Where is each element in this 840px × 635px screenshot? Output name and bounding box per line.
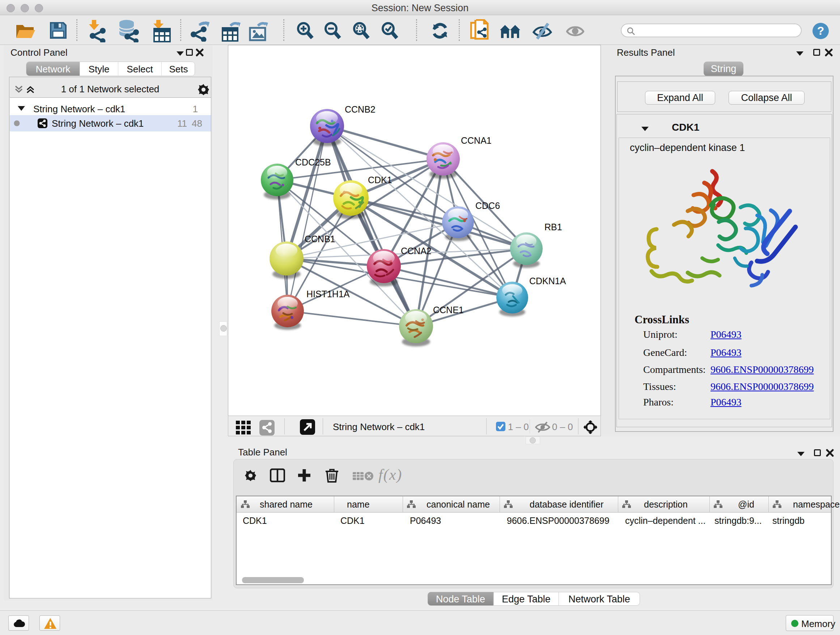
svg-text:CDC25B: CDC25B (295, 157, 331, 167)
svg-text:CCNE1: CCNE1 (433, 305, 464, 315)
svg-text:RB1: RB1 (545, 222, 562, 232)
svg-text:CDKN1A: CDKN1A (529, 276, 566, 286)
svg-text:HIST1H1A: HIST1H1A (306, 289, 350, 299)
svg-text:CCNA1: CCNA1 (461, 135, 492, 146)
svg-text:CCNB2: CCNB2 (345, 104, 376, 114)
svg-text:CCNB1: CCNB1 (305, 234, 335, 244)
svg-text:CDK1: CDK1 (368, 175, 392, 185)
svg-text:CDC6: CDC6 (475, 201, 500, 211)
svg-text:CCNA2: CCNA2 (401, 246, 431, 256)
